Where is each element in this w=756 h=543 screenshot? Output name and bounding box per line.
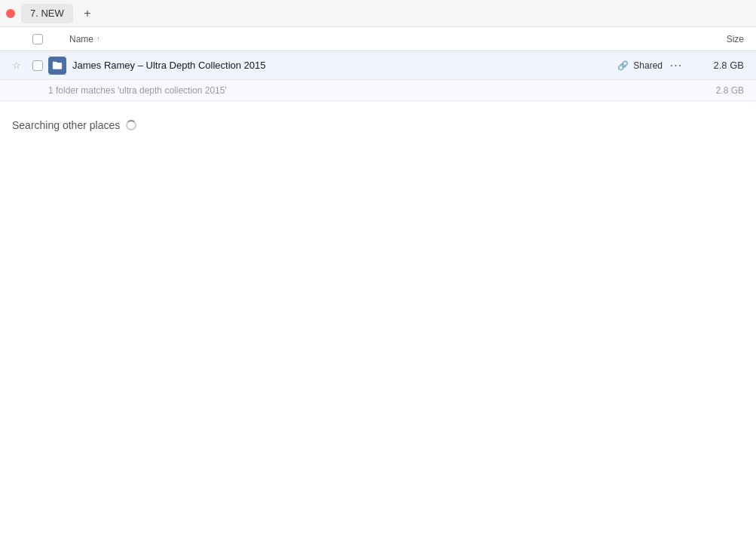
more-options-button[interactable]: ··· — [667, 57, 685, 75]
searching-section: Searching other places — [0, 101, 756, 140]
sub-info-row: 1 folder matches 'ultra depth collection… — [0, 80, 756, 101]
column-header: Name ↑ Size — [0, 27, 756, 51]
file-meta: 🔗 Shared ··· — [617, 57, 690, 75]
shared-label: Shared — [633, 60, 663, 71]
tab-label: 7. NEW — [30, 8, 64, 19]
star-col[interactable]: ☆ — [6, 60, 27, 71]
name-sort-arrow: ↑ — [96, 35, 100, 43]
sub-info-text: 1 folder matches 'ultra depth collection… — [48, 85, 716, 96]
tab-item[interactable]: 7. NEW — [21, 4, 73, 23]
search-spinner — [126, 120, 136, 130]
file-name: James Ramey – Ultra Depth Collection 201… — [66, 60, 617, 71]
star-icon[interactable]: ☆ — [12, 60, 21, 71]
check-col[interactable] — [27, 60, 48, 71]
name-column-label: Name — [69, 34, 93, 44]
col-size-header[interactable]: Size — [690, 34, 750, 44]
more-icon: ··· — [670, 59, 682, 72]
header-checkbox[interactable] — [32, 34, 43, 44]
sub-info-size: 2.8 GB — [716, 85, 750, 96]
folder-svg — [52, 60, 63, 71]
traffic-light-red[interactable] — [6, 9, 15, 18]
add-tab-icon: + — [84, 7, 90, 20]
file-row[interactable]: ☆ James Ramey – Ultra Depth Collection 2… — [0, 51, 756, 80]
row-checkbox[interactable] — [32, 60, 43, 71]
add-tab-button[interactable]: + — [79, 5, 96, 22]
file-size: 2.8 GB — [690, 60, 750, 71]
link-icon: 🔗 — [617, 60, 629, 71]
col-checkbox-header[interactable] — [27, 34, 48, 44]
top-bar: 7. NEW + — [0, 0, 756, 27]
folder-icon — [48, 57, 66, 75]
searching-label: Searching other places — [12, 119, 120, 131]
col-name-header[interactable]: Name ↑ — [69, 34, 690, 44]
